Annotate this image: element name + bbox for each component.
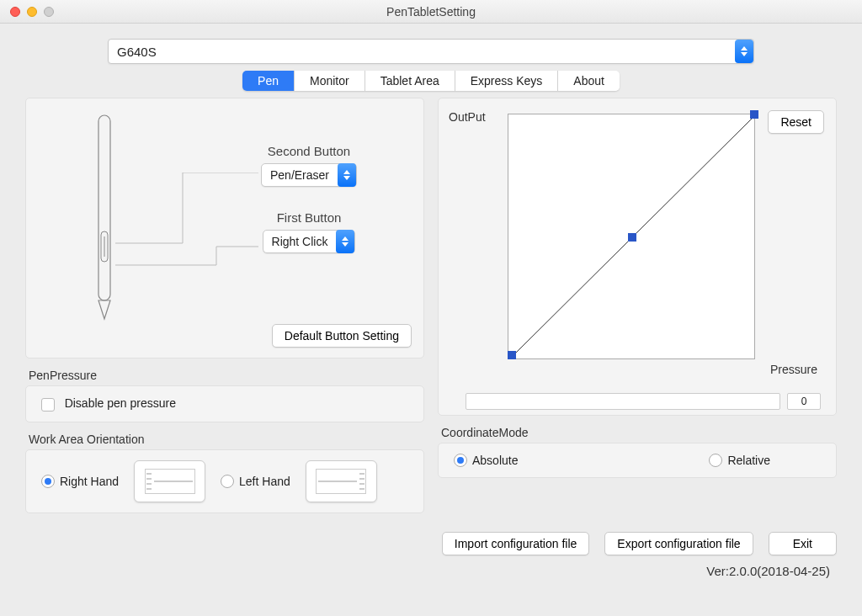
exit-button[interactable]: Exit xyxy=(769,532,837,555)
second-button-select[interactable]: Pen/Eraser xyxy=(261,163,357,187)
pressure-bar xyxy=(466,393,780,410)
pressure-curve-canvas[interactable] xyxy=(508,114,755,359)
default-button-setting-button[interactable]: Default Button Setting xyxy=(272,324,412,348)
tab-bar: Pen Monitor Tablet Area Express Keys Abo… xyxy=(25,71,837,91)
right-hand-radio[interactable]: Right Hand xyxy=(41,475,119,488)
chevron-down-icon xyxy=(343,176,350,180)
tab-pen[interactable]: Pen xyxy=(242,71,295,91)
connector-lines xyxy=(115,173,275,290)
second-button-label: Second Button xyxy=(210,144,408,158)
chevron-up-icon xyxy=(741,46,748,50)
first-button-select[interactable]: Right Click xyxy=(263,230,356,253)
radio-icon xyxy=(454,454,467,467)
chevron-up-icon xyxy=(343,170,350,174)
tab-monitor[interactable]: Monitor xyxy=(295,71,365,91)
pressure-curve-panel: OutPut Reset Pressure 0 xyxy=(438,98,837,416)
device-select[interactable]: G640S xyxy=(108,39,754,64)
tab-express-keys[interactable]: Express Keys xyxy=(455,71,559,91)
radio-icon xyxy=(709,454,722,467)
coordinate-mode-title: CoordinateMode xyxy=(441,426,837,439)
pen-illustration xyxy=(92,114,117,324)
title-bar: PenTabletSetting xyxy=(0,0,862,24)
radio-icon xyxy=(221,475,234,488)
dropdown-stepper-icon[interactable] xyxy=(735,40,753,63)
import-config-button[interactable]: Import configuration file xyxy=(442,532,590,555)
pen-panel: Second Button Pen/Eraser First Button Ri… xyxy=(25,98,424,358)
orientation-title: Work Area Orientation xyxy=(29,433,424,446)
absolute-radio[interactable]: Absolute xyxy=(454,454,518,467)
curve-handle-mid[interactable] xyxy=(628,233,636,242)
version-label: Ver:2.0.0(2018-04-25) xyxy=(25,564,837,578)
dropdown-stepper-icon[interactable] xyxy=(336,230,354,253)
curve-handle-start[interactable] xyxy=(508,351,516,359)
left-hand-radio[interactable]: Left Hand xyxy=(221,475,290,488)
tab-tablet-area[interactable]: Tablet Area xyxy=(365,71,455,91)
curve-handle-end[interactable] xyxy=(750,110,758,119)
left-hand-thumb[interactable] xyxy=(306,460,377,502)
export-config-button[interactable]: Export configuration file xyxy=(604,532,753,555)
relative-radio[interactable]: Relative xyxy=(709,454,770,467)
pressure-label: Pressure xyxy=(508,363,817,376)
pen-pressure-title: PenPressure xyxy=(29,369,424,382)
device-select-value: G640S xyxy=(109,45,735,59)
right-hand-thumb[interactable] xyxy=(134,460,205,502)
disable-pressure-checkbox[interactable]: Disable pen pressure xyxy=(41,396,176,412)
checkbox-icon xyxy=(41,398,55,412)
chevron-down-icon xyxy=(741,52,748,56)
chevron-up-icon xyxy=(342,236,349,241)
chevron-down-icon xyxy=(342,242,349,247)
dropdown-stepper-icon[interactable] xyxy=(338,163,356,187)
output-label: OutPut xyxy=(449,110,486,124)
tab-about[interactable]: About xyxy=(558,71,620,91)
radio-icon xyxy=(41,475,55,488)
pressure-value: 0 xyxy=(787,393,821,410)
window-title: PenTabletSetting xyxy=(0,5,862,19)
svg-rect-0 xyxy=(98,115,110,300)
